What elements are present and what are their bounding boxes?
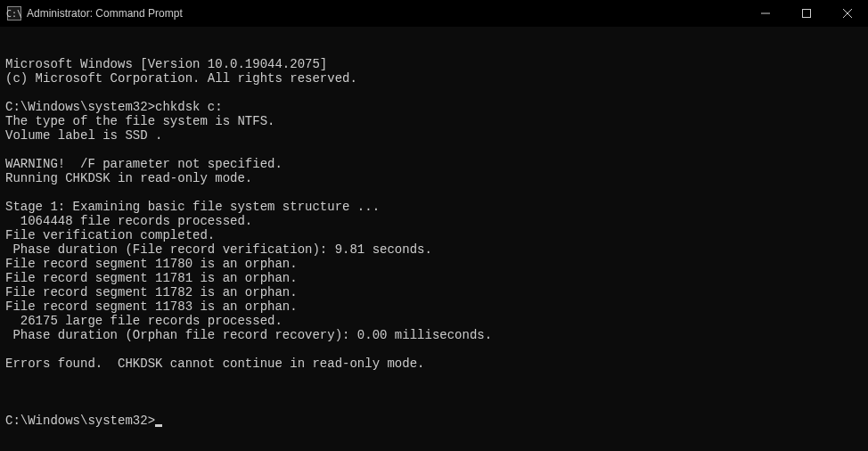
terminal-line: Volume label is SSD . (5, 128, 863, 143)
prompt-line: C:\Windows\system32> (5, 414, 863, 428)
cursor (155, 424, 162, 427)
prompt-text: C:\Windows\system32> (5, 414, 155, 428)
window-title: Administrator: Command Prompt (27, 7, 183, 20)
close-icon (843, 9, 852, 18)
terminal-line: The type of the file system is NTFS. (5, 114, 863, 128)
terminal-line (5, 185, 863, 200)
window-controls (745, 0, 868, 27)
terminal-line: Phase duration (Orphan file record recov… (5, 328, 863, 342)
maximize-button[interactable] (786, 0, 827, 27)
terminal-line: File verification completed. (5, 228, 863, 242)
terminal-line: (c) Microsoft Corporation. All rights re… (5, 71, 863, 86)
terminal-line: File record segment 11781 is an orphan. (5, 271, 863, 285)
minimize-button[interactable] (745, 0, 786, 27)
terminal-line: Microsoft Windows [Version 10.0.19044.20… (5, 57, 863, 71)
command-prompt-window: C:\ Administrator: Command Prompt Micros… (0, 0, 868, 451)
terminal-line: Phase duration (File record verification… (5, 242, 863, 257)
cmd-icon: C:\ (7, 6, 21, 20)
svg-rect-1 (803, 10, 811, 18)
terminal-line (5, 371, 863, 385)
maximize-icon (802, 9, 811, 18)
terminal-line: File record segment 11782 is an orphan. (5, 285, 863, 299)
close-button[interactable] (827, 0, 868, 27)
terminal-line: WARNING! /F parameter not specified. (5, 157, 863, 171)
terminal-line: Errors found. CHKDSK cannot continue in … (5, 357, 863, 371)
terminal-line (5, 342, 863, 357)
terminal-line: 1064448 file records processed. (5, 214, 863, 228)
terminal-line: File record segment 11780 is an orphan. (5, 257, 863, 271)
terminal-line (5, 86, 863, 100)
terminal-output[interactable]: Microsoft Windows [Version 10.0.19044.20… (0, 27, 868, 451)
terminal-line: 26175 large file records processed. (5, 314, 863, 328)
terminal-line (5, 143, 863, 157)
titlebar[interactable]: C:\ Administrator: Command Prompt (0, 0, 868, 27)
terminal-line: Stage 1: Examining basic file system str… (5, 200, 863, 214)
terminal-line: C:\Windows\system32>chkdsk c: (5, 100, 863, 114)
terminal-line: File record segment 11783 is an orphan. (5, 299, 863, 314)
minimize-icon (761, 9, 770, 18)
terminal-line: Running CHKDSK in read-only mode. (5, 171, 863, 185)
